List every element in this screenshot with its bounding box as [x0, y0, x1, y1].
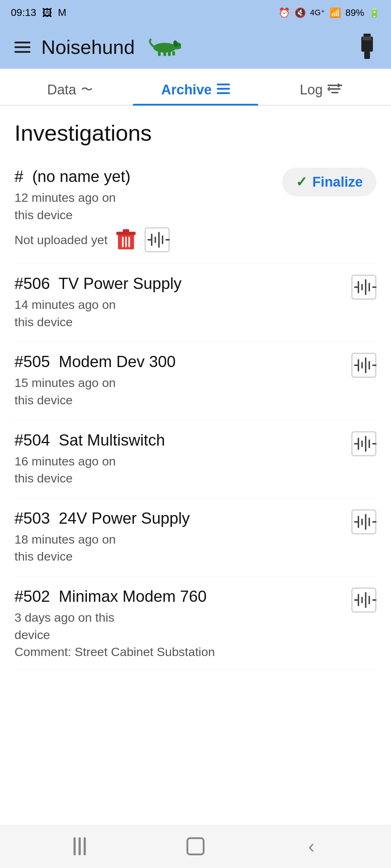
home-button[interactable]	[177, 835, 214, 857]
waveform-view-button-504[interactable]	[351, 431, 377, 456]
waveform-view-button-503[interactable]	[351, 509, 377, 535]
investigation-item-505: #505 Modem Dev 300 15 minutes ago onthis…	[14, 342, 377, 420]
inv-left-502: #502 Minimax Modem 760 3 days ago on thi…	[14, 587, 344, 659]
inv-name-503: #503 24V Power Supply	[14, 509, 344, 527]
app-title: Noisehund	[41, 36, 135, 58]
filter-icon	[328, 82, 342, 98]
svg-point-0	[154, 43, 176, 52]
inv-left-503: #503 24V Power Supply 18 minutes ago ont…	[14, 509, 344, 565]
waveform-view-button-unnamed[interactable]	[144, 227, 170, 252]
inv-name-506: #506 TV Power Supply	[14, 275, 344, 293]
svg-point-4	[178, 44, 180, 46]
investigation-item-506: #506 TV Power Supply 14 minutes ago onth…	[14, 264, 377, 342]
waveform-view-button-502[interactable]	[351, 587, 377, 613]
inv-name-505: #505 Modem Dev 300	[14, 353, 344, 371]
finalize-label: Finalize	[312, 174, 363, 190]
inv-right-503	[351, 509, 377, 535]
inv-comment-502: Comment: Street Cabinet Substation	[14, 645, 344, 659]
status-right: ⏰ 🔇 4G⁺ 📶 89% 🔋	[278, 7, 380, 18]
app-bar: Noisehund	[0, 25, 391, 69]
svg-rect-10	[363, 34, 371, 37]
inv-right-502	[351, 587, 377, 613]
svg-rect-6	[158, 51, 161, 56]
status-left: 09:13 🖼 M	[11, 7, 66, 19]
investigation-item-503: #503 24V Power Supply 18 minutes ago ont…	[14, 498, 377, 576]
photo-icon: 🖼	[42, 7, 52, 19]
not-uploaded-row: Not uploaded yet	[14, 227, 275, 252]
main-content: Investigations # (no name yet) 12 minute…	[0, 106, 391, 670]
svg-rect-13	[363, 37, 371, 40]
inv-name-502: #502 Minimax Modem 760	[14, 587, 344, 605]
chart-icon: 〜	[81, 82, 93, 98]
svg-rect-14	[217, 84, 230, 85]
tab-archive-label: Archive	[161, 82, 211, 98]
waveform-view-button-505[interactable]	[351, 353, 377, 378]
status-bar: 09:13 🖼 M ⏰ 🔇 4G⁺ 📶 89% 🔋	[0, 0, 391, 25]
inv-right-504	[351, 431, 377, 456]
inv-left-506: #506 TV Power Supply 14 minutes ago onth…	[14, 275, 344, 331]
inv-left-505: #505 Modem Dev 300 15 minutes ago onthis…	[14, 353, 344, 409]
signal-icon: 📶	[329, 7, 341, 18]
inv-name-504: #504 Sat Multiswitch	[14, 431, 344, 449]
battery-text: 89%	[345, 7, 364, 18]
svg-rect-12	[364, 52, 370, 59]
finalize-check-icon: ✓	[296, 174, 307, 190]
recent-apps-button[interactable]	[62, 835, 98, 857]
finalize-button[interactable]: ✓ Finalize	[282, 167, 377, 196]
inv-meta-504: 16 minutes ago onthis device	[14, 453, 344, 487]
tab-data[interactable]: Data 〜	[7, 69, 133, 105]
svg-rect-8	[168, 51, 171, 56]
investigation-item-502: #502 Minimax Modem 760 3 days ago on thi…	[14, 576, 377, 670]
not-uploaded-text: Not uploaded yet	[14, 233, 108, 247]
list-icon	[217, 82, 230, 98]
tab-log-label: Log	[300, 82, 323, 98]
network-icon: 4G⁺	[310, 8, 325, 17]
page-title: Investigations	[14, 120, 377, 146]
tab-log[interactable]: Log	[258, 69, 384, 105]
delete-button[interactable]	[115, 229, 137, 251]
inv-meta-506: 14 minutes ago onthis device	[14, 296, 344, 331]
inv-meta-unnamed: 12 minutes ago onthis device	[14, 189, 275, 224]
inv-right-505	[351, 353, 377, 378]
inv-left-unnamed: # (no name yet) 12 minutes ago onthis de…	[14, 167, 275, 252]
flashlight-button[interactable]	[358, 34, 377, 60]
inv-right-unnamed: ✓ Finalize	[282, 167, 377, 196]
tabs: Data 〜 Archive Log	[0, 69, 391, 106]
status-time: 09:13	[11, 7, 36, 18]
inv-meta-503: 18 minutes ago onthis device	[14, 531, 344, 565]
menu-button[interactable]	[14, 42, 30, 53]
svg-rect-7	[163, 51, 166, 56]
mail-icon: M	[58, 7, 66, 18]
waveform-view-button-506[interactable]	[351, 275, 377, 300]
back-button[interactable]: ‹	[293, 835, 329, 857]
inv-meta-505: 15 minutes ago onthis device	[14, 374, 344, 409]
inv-right-506	[351, 275, 377, 300]
inv-meta-502: 3 days ago on thisdevice	[14, 609, 344, 643]
mute-icon: 🔇	[294, 7, 306, 18]
tab-data-label: Data	[47, 82, 76, 98]
dachshund-logo	[148, 38, 181, 56]
svg-rect-15	[217, 88, 230, 90]
inv-left-504: #504 Sat Multiswitch 16 minutes ago onth…	[14, 431, 344, 487]
investigation-item-unnamed: # (no name yet) 12 minutes ago onthis de…	[14, 157, 377, 264]
app-bar-left: Noisehund	[14, 36, 181, 58]
battery-icon: 🔋	[369, 7, 380, 18]
svg-rect-9	[172, 51, 175, 56]
alarm-icon: ⏰	[278, 7, 290, 18]
investigation-item-504: #504 Sat Multiswitch 16 minutes ago onth…	[14, 420, 377, 498]
tab-archive[interactable]: Archive	[133, 69, 258, 105]
svg-rect-16	[217, 92, 230, 94]
nav-bar: ‹	[0, 825, 391, 868]
svg-rect-22	[123, 229, 129, 233]
inv-name-unnamed: # (no name yet)	[14, 167, 275, 186]
